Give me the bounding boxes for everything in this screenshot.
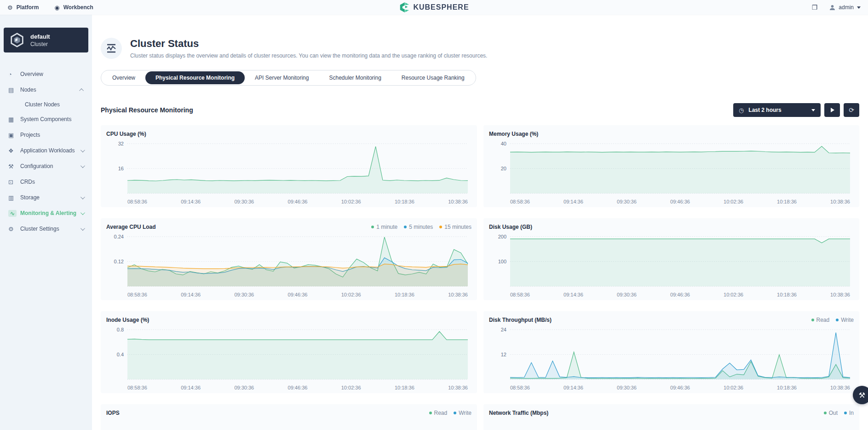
refresh-button[interactable]: ⟳ — [844, 103, 859, 117]
sidebar-item-label: Cluster Settings — [20, 226, 80, 232]
legend-dot-icon — [429, 412, 432, 414]
x-tick-label: 08:58:36 — [127, 199, 147, 204]
chart-plot: 200100 — [489, 232, 854, 290]
time-range-dropdown[interactable]: ◷ Last 2 hours — [733, 103, 821, 117]
chart-title: Network Traffic (Mbps) — [489, 410, 548, 416]
legend-dot-icon — [404, 226, 407, 228]
monitoring-icon: ∿ — [8, 210, 17, 217]
workloads-icon: ❖ — [8, 147, 20, 154]
chart-card-inode-usage-: Inode Usage (%) 0.80.4 08:58:3609:14:360… — [101, 311, 477, 393]
sidebar-item-overview[interactable]: ◔ Overview — [4, 66, 88, 82]
chart-x-axis: 08:58:3609:14:3609:30:3609:46:3610:02:36… — [106, 197, 471, 204]
x-tick-label: 10:18:36 — [777, 385, 797, 390]
sidebar-item-monitoring-alerting[interactable]: ∿ Monitoring & Alerting — [4, 205, 88, 221]
sidebar-item-label: Overview — [20, 71, 84, 77]
autorefresh-play-button[interactable] — [824, 103, 840, 117]
tab-physical-resource-monitoring[interactable]: Physical Resource Monitoring — [145, 71, 245, 84]
x-tick-label: 10:38:36 — [448, 292, 468, 297]
storage-icon: ▥ — [8, 194, 20, 201]
chart-x-axis: 08:58:3609:14:3609:30:3609:46:3610:02:36… — [489, 197, 854, 204]
sidebar-item-projects[interactable]: ▣ Projects — [4, 127, 88, 143]
x-tick-label: 10:02:36 — [724, 292, 743, 297]
workbench-icon: ◉ — [54, 4, 59, 11]
cluster-selector[interactable]: default Cluster — [4, 28, 88, 52]
tab-scheduler-monitoring[interactable]: Scheduler Monitoring — [319, 71, 391, 84]
chart-x-axis: 08:58:3609:14:3609:30:3609:46:3610:02:36… — [489, 383, 854, 390]
chart-plot: 0.80.4 — [106, 325, 471, 383]
user-menu[interactable]: admin — [829, 4, 861, 11]
kubesphere-logo[interactable]: KUBESPHERE — [399, 2, 469, 13]
chart-legend: ReadWrite — [811, 317, 854, 323]
sidebar-item-storage[interactable]: ▥ Storage — [4, 190, 88, 205]
x-tick-label: 09:46:36 — [670, 199, 690, 204]
chart-title: IOPS — [106, 410, 120, 416]
chart-x-axis: 08:58:3609:14:3609:30:3609:46:3610:02:36… — [106, 290, 471, 297]
x-tick-label: 08:58:36 — [510, 385, 530, 390]
sidebar-item-crds[interactable]: ⊡ CRDs — [4, 174, 88, 190]
chart-plot: 2412 — [489, 325, 854, 383]
sidebar-item-label: Projects — [20, 132, 84, 138]
legend-item: 1 minute — [371, 224, 397, 230]
chart-title: Average CPU Load — [106, 224, 156, 230]
sidebar-subitem-cluster-nodes[interactable]: Cluster Nodes — [4, 98, 88, 111]
docs-icon[interactable]: ❐ — [812, 4, 818, 11]
x-tick-label: 09:14:36 — [181, 292, 201, 297]
x-tick-label: 08:58:36 — [127, 292, 147, 297]
svg-text:0.12: 0.12 — [114, 259, 124, 264]
sidebar-item-nodes[interactable]: ▤ Nodes — [4, 82, 88, 98]
sidebar-item-configuration[interactable]: ⚒ Configuration — [4, 158, 88, 174]
chart-title: Disk Throughput (MB/s) — [489, 317, 552, 323]
x-tick-label: 09:30:36 — [617, 385, 637, 390]
chart-title: Inode Usage (%) — [106, 317, 149, 323]
chart-plot: 4020 — [489, 139, 854, 197]
x-tick-label: 10:02:36 — [724, 199, 743, 204]
x-tick-label: 08:58:36 — [510, 292, 530, 297]
x-tick-label: 09:30:36 — [234, 292, 254, 297]
sidebar-nav: ◔ Overview ▤ Nodes Cluster Nodes ▦ Syste… — [4, 66, 88, 237]
sidebar-item-label: Application Workloads — [20, 147, 80, 154]
legend-item: 15 minutes — [439, 224, 471, 230]
workbench-link[interactable]: ◉ Workbench — [54, 4, 93, 11]
chevron-icon — [80, 210, 85, 215]
legend-dot-icon — [844, 412, 847, 414]
configuration-icon: ⚒ — [8, 163, 20, 170]
platform-menu[interactable]: ⚙ Platform — [7, 4, 39, 11]
tab-api-server-monitoring[interactable]: API Server Monitoring — [245, 71, 319, 84]
sidebar-item-system-components[interactable]: ▦ System Components — [4, 111, 88, 127]
kubectl-tool-button[interactable]: ⚒ — [853, 386, 868, 404]
chart-card-iops: IOPS ReadWrite 08:58:3609:14:3609:30:360… — [101, 404, 477, 430]
chart-x-axis: 08:58:3609:14:3609:30:3609:46:3610:02:36… — [489, 290, 854, 297]
chart-card-average-cpu-load: Average CPU Load 1 minute5 minutes15 min… — [101, 218, 477, 300]
svg-text:32: 32 — [118, 141, 124, 146]
tab-resource-usage-ranking[interactable]: Resource Usage Ranking — [391, 71, 475, 84]
page-title: Cluster Status — [130, 38, 487, 50]
x-tick-label: 10:38:36 — [830, 292, 850, 297]
brand-text: KUBESPHERE — [413, 3, 469, 12]
crds-icon: ⊡ — [8, 179, 20, 186]
x-tick-label: 10:38:36 — [830, 199, 850, 204]
chart-legend: ReadWrite — [429, 410, 471, 416]
legend-dot-icon — [371, 226, 374, 228]
svg-text:12: 12 — [501, 352, 506, 357]
x-tick-label: 09:30:36 — [234, 199, 254, 204]
cluster-hexagon-icon — [9, 32, 25, 48]
legend-dot-icon — [836, 319, 839, 321]
x-tick-label: 10:02:36 — [341, 199, 361, 204]
legend-item: Write — [454, 410, 471, 416]
sidebar-subitem-label: Cluster Nodes — [25, 101, 60, 108]
x-tick-label: 10:38:36 — [830, 385, 850, 390]
legend-dot-icon — [439, 226, 442, 228]
sidebar-item-application-workloads[interactable]: ❖ Application Workloads — [4, 143, 88, 158]
username: admin — [839, 4, 854, 11]
tab-overview[interactable]: Overview — [102, 71, 145, 84]
clock-icon: ◷ — [739, 107, 744, 114]
legend-item: Read — [811, 317, 830, 323]
sidebar-item-cluster-settings[interactable]: ⚙ Cluster Settings — [4, 221, 88, 237]
legend-dot-icon — [811, 319, 814, 321]
cluster-status-icon — [101, 38, 122, 59]
x-tick-label: 10:18:36 — [395, 292, 414, 297]
tool-icon: ⚒ — [859, 391, 865, 400]
x-tick-label: 09:46:36 — [670, 292, 690, 297]
chevron-icon — [80, 163, 85, 168]
x-tick-label: 10:18:36 — [777, 199, 797, 204]
